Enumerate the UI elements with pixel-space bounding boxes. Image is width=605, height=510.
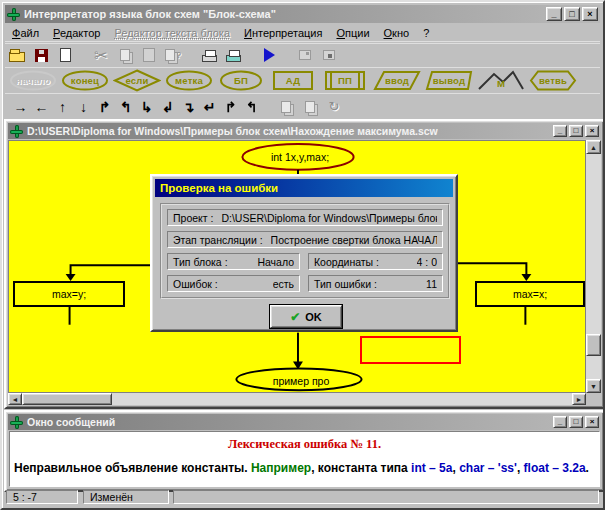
print-setup-button[interactable] bbox=[221, 45, 245, 65]
stage-label: Этап трансляции : bbox=[173, 234, 263, 246]
horizontal-scroll-thumb[interactable] bbox=[22, 393, 112, 405]
shape-button-branch[interactable]: ветвь bbox=[529, 69, 577, 92]
status-position: 5 : -7 bbox=[6, 490, 78, 504]
scroll-up-icon[interactable]: ▲ bbox=[586, 140, 601, 154]
flowchart-selected-block[interactable] bbox=[360, 336, 461, 364]
dialog-title: Проверка на ошибки bbox=[160, 182, 278, 194]
block-type-value: Начало bbox=[257, 256, 294, 268]
shape-button-output[interactable]: вывод bbox=[425, 69, 473, 92]
arrow-corner-8-button[interactable]: ↲ bbox=[241, 96, 262, 118]
print-icon bbox=[202, 55, 217, 62]
shape-button-subroutine[interactable]: ПП bbox=[321, 69, 369, 92]
close-button[interactable]: × bbox=[585, 125, 599, 137]
stage-value: Построение свертки блока НАЧАЛО bbox=[271, 234, 437, 246]
error-type-value: 11 bbox=[426, 278, 437, 290]
minimize-button[interactable]: _ bbox=[546, 7, 562, 21]
errors-value: есть bbox=[273, 278, 294, 290]
new-button[interactable] bbox=[53, 45, 77, 65]
send-back-button bbox=[298, 97, 322, 117]
block-type-label: Тип блока : bbox=[173, 256, 228, 268]
flowchart-titlebar[interactable]: D:\USER\Diploma for Windows\Примеры блок… bbox=[8, 123, 601, 139]
cut-button: ✂ bbox=[89, 45, 113, 65]
maximize-button[interactable]: □ bbox=[569, 416, 583, 428]
paste-icon bbox=[143, 48, 155, 62]
run-button[interactable] bbox=[257, 45, 281, 65]
minimize-button[interactable]: _ bbox=[553, 416, 567, 428]
shape-label: если bbox=[113, 69, 161, 92]
close-button[interactable]: × bbox=[585, 416, 599, 428]
ok-button[interactable]: ✔ OK bbox=[270, 305, 342, 328]
shape-button-goto[interactable]: БП bbox=[217, 69, 265, 92]
shape-button-start: начало bbox=[9, 69, 57, 92]
error-title-text: Лексическая ошибка № 11. bbox=[10, 437, 599, 452]
toolbar-shapes: начало конец если метка БП АД ПП ввод вы… bbox=[5, 67, 600, 92]
arrow-corner-1-button[interactable]: ↱ bbox=[94, 96, 115, 118]
step-button bbox=[293, 45, 317, 65]
arrow-down-button[interactable]: ↓ bbox=[73, 96, 94, 118]
arrow-corner-3-button[interactable]: ↳ bbox=[136, 96, 157, 118]
shape-label: конец bbox=[61, 69, 109, 92]
arrow-left-button[interactable]: ← bbox=[31, 96, 52, 118]
replace-question-glyph: ? bbox=[176, 50, 181, 60]
menu-interpretation[interactable]: Интерпретация bbox=[237, 25, 329, 41]
menu-window[interactable]: Окно bbox=[377, 25, 417, 41]
project-value: D:\USER\Diploma for Windows\Примеры блок… bbox=[221, 212, 437, 224]
shape-button-if[interactable]: если bbox=[113, 69, 161, 92]
menubar: Файл Редактор Редактор текста блока Инте… bbox=[5, 24, 600, 42]
send-back-icon bbox=[305, 101, 315, 113]
flowchart-left-action-block[interactable]: max=y; bbox=[13, 281, 125, 307]
menu-options[interactable]: Опции bbox=[329, 25, 376, 41]
new-document-icon bbox=[60, 48, 71, 62]
arrow-corner-6-button[interactable]: ↵ bbox=[199, 96, 220, 118]
open-folder-icon bbox=[9, 52, 25, 62]
save-button[interactable] bbox=[29, 45, 53, 65]
shape-button-action[interactable]: АД bbox=[269, 69, 317, 92]
msg-part: Например bbox=[251, 461, 311, 475]
errors-field: Ошибок : есть bbox=[167, 275, 300, 292]
shape-button-end[interactable]: конец bbox=[61, 69, 109, 92]
message-titlebar[interactable]: Окно сообщений _ □ × bbox=[8, 414, 601, 430]
arrow-corner-7-button[interactable]: ↳ bbox=[220, 96, 241, 118]
scroll-down-icon[interactable]: ▼ bbox=[586, 379, 601, 393]
minimize-button[interactable]: _ bbox=[553, 125, 567, 137]
paste-button bbox=[137, 45, 161, 65]
msg-part: , константа типа bbox=[311, 461, 411, 475]
maximize-button[interactable]: □ bbox=[569, 125, 583, 137]
close-button[interactable]: × bbox=[582, 7, 598, 21]
app-icon bbox=[7, 8, 20, 21]
vertical-scrollbar[interactable]: ▲ ▼ bbox=[586, 140, 601, 393]
flowchart-title: D:\USER\Diploma for Windows\Примеры блок… bbox=[27, 125, 553, 137]
dialog-field-group: Проект : D:\USER\Diploma for Windows\При… bbox=[160, 203, 450, 299]
dialog-titlebar[interactable]: Проверка на ошибки bbox=[155, 179, 453, 197]
arrow-up-button[interactable]: ↑ bbox=[52, 96, 73, 118]
menu-help[interactable]: ? bbox=[416, 25, 436, 41]
arrow-corner-4-button[interactable]: ↲ bbox=[157, 96, 178, 118]
shape-button-label[interactable]: метка bbox=[165, 69, 213, 92]
menu-file[interactable]: Файл bbox=[5, 25, 46, 41]
flowchart-right-action-block[interactable]: max=x; bbox=[475, 281, 585, 307]
scroll-left-icon[interactable]: ◄ bbox=[8, 393, 22, 405]
shape-button-input[interactable]: ввод bbox=[373, 69, 421, 92]
shape-label: вывод bbox=[425, 69, 473, 92]
copy-icon bbox=[120, 49, 130, 61]
arrow-corner-2-button[interactable]: ↰ bbox=[115, 96, 136, 118]
toolbar-arrows: → ← ↑ ↓ ↱ ↰ ↳ ↲ ↴ ↵ ↳ ↲ ↻ bbox=[5, 93, 600, 119]
flowchart-bottom-ellipse-block[interactable]: пример про bbox=[238, 375, 364, 387]
run-play-icon bbox=[264, 48, 275, 62]
flowchart-start-block[interactable]: int 1x,y,max; bbox=[244, 151, 356, 163]
arrow-right-button[interactable]: → bbox=[10, 96, 31, 118]
horizontal-scrollbar[interactable]: ◄ ► bbox=[8, 393, 586, 405]
shape-label: АД bbox=[269, 69, 317, 92]
block-type-field: Тип блока : Начало bbox=[167, 253, 300, 270]
arrow-corner-5-button[interactable]: ↴ bbox=[178, 96, 199, 118]
menu-editor[interactable]: Редактор bbox=[46, 25, 107, 41]
stop-button bbox=[317, 45, 341, 65]
maximize-button[interactable]: □ bbox=[564, 7, 580, 21]
vertical-scroll-thumb[interactable] bbox=[586, 334, 601, 356]
app-titlebar[interactable]: Интерпретатор языка блок схем "Блок-схем… bbox=[5, 5, 600, 23]
shape-button-m[interactable]: М bbox=[477, 69, 525, 92]
scroll-right-icon[interactable]: ► bbox=[572, 393, 586, 405]
open-button[interactable] bbox=[5, 45, 29, 65]
print-button[interactable] bbox=[197, 45, 221, 65]
flowchart-window-icon bbox=[10, 125, 23, 138]
